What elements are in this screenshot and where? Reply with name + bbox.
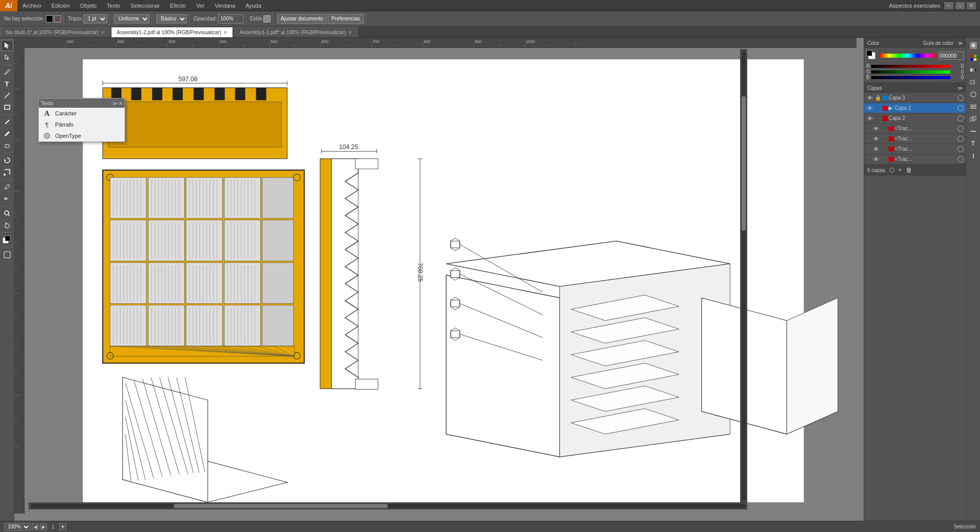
tab-sin-titulo[interactable]: Sin título-1* al 100% (RGB/Previsualizar… [0, 27, 110, 37]
layer-row-traz2[interactable]: 👁 🔒 <Traz... [864, 134, 966, 144]
ajustar-button[interactable]: Ajustar documento [277, 14, 327, 24]
menu-edicion[interactable]: Edición [46, 0, 75, 11]
stroke-indicator[interactable] [866, 50, 872, 56]
layer-eye-traz2[interactable]: 👁 [872, 135, 879, 142]
new-layer-button[interactable]: + [898, 166, 902, 174]
rotate-tool[interactable] [1, 155, 13, 166]
layer-row-capa2[interactable]: 👁 🔒 Capa 2 [864, 113, 966, 124]
stroke-swatch[interactable] [54, 15, 61, 22]
layer-lock-traz2[interactable]: 🔒 [880, 135, 888, 142]
color-panel-expand[interactable]: ≫ [958, 40, 963, 46]
layer-target-capa2[interactable] [958, 115, 964, 122]
text-panel-character[interactable]: A Carácter [39, 108, 125, 119]
zoom-select[interactable]: 100% 50% 200% [4, 523, 31, 531]
color-guide-tab[interactable]: Guía de color [923, 40, 953, 46]
pen-tool[interactable] [1, 66, 13, 78]
tab-close-1[interactable]: ✕ [223, 30, 227, 35]
layer-eye-traz4[interactable]: 👁 [872, 156, 879, 163]
b-slider[interactable] [871, 76, 950, 79]
stroke-panel-icon[interactable] [968, 126, 979, 137]
layer-target-traz4[interactable] [958, 156, 964, 162]
menu-ayuda[interactable]: Ayuda [240, 0, 266, 11]
v-scroll-thumb[interactable] [742, 96, 746, 231]
text-tool[interactable]: T [1, 78, 13, 89]
layer-row-capa3[interactable]: 👁 🔒 Capa 3 [864, 93, 966, 103]
canvas-area[interactable]: 0 100 200 300 400 500 600 700 800 900 10… [14, 38, 864, 521]
layer-target-capa3[interactable] [958, 95, 964, 101]
scale-tool[interactable] [1, 166, 13, 178]
brush-tool[interactable] [1, 116, 13, 128]
page-down-button[interactable]: ▼ [59, 523, 66, 530]
text-panel-close[interactable]: ✕ [118, 101, 122, 106]
layer-target-traz1[interactable] [958, 126, 964, 132]
swatches-icon[interactable] [968, 52, 979, 63]
tab-assembly2[interactable]: Assembly1-2.pdf al 100% (RGB/Previsualiz… [111, 27, 233, 37]
artboard-container[interactable]: 597.08 [24, 48, 856, 514]
opacity-input[interactable] [218, 14, 243, 23]
layer-row-traz3[interactable]: 👁 🔒 <Traz... [864, 144, 966, 154]
delete-layer-button[interactable]: 🗑 [906, 166, 912, 174]
style-swatch[interactable] [263, 15, 271, 22]
menu-texto[interactable]: Texto [102, 0, 125, 11]
layer-eye-traz1[interactable]: 👁 [872, 125, 879, 132]
menu-ventana[interactable]: Ventana [210, 0, 240, 11]
h-scroll-thumb[interactable] [174, 504, 388, 508]
menu-efecto[interactable]: Efecto [165, 0, 191, 11]
line-tool[interactable] [1, 90, 13, 101]
layer-lock-traz1[interactable]: 🔒 [880, 125, 888, 132]
tab-close-0[interactable]: ✕ [101, 30, 105, 35]
stroke-select[interactable]: 1 pt [83, 14, 107, 23]
minimize-button[interactable]: ─ [944, 2, 953, 9]
text-panel-expand[interactable]: ≫ [112, 101, 117, 106]
pathfinder-icon[interactable] [968, 113, 979, 125]
maximize-button[interactable]: □ [955, 2, 965, 9]
r-slider[interactable] [871, 65, 950, 68]
appearance-icon[interactable] [968, 89, 979, 100]
menu-seleccionar[interactable]: Seleccionar [125, 0, 164, 11]
close-button[interactable]: ✕ [967, 2, 976, 9]
layer-target-capa1[interactable] [958, 105, 964, 111]
direct-selection-tool[interactable] [1, 52, 13, 63]
eyedropper-tool[interactable] [1, 181, 13, 192]
horizontal-scrollbar[interactable] [29, 502, 747, 510]
layer-eye-capa3[interactable]: 👁 [866, 94, 873, 102]
color-panel-icon[interactable] [968, 40, 979, 51]
zoom-next-button[interactable]: ▶ [40, 523, 47, 530]
layer-lock-traz3[interactable]: 🔒 [880, 146, 888, 153]
layer-row-capa1[interactable]: 👁 🔒 ▶ Capa 1 [864, 103, 966, 113]
zoom-tool[interactable] [1, 208, 13, 219]
layer-lock-traz4[interactable]: 🔒 [880, 156, 888, 163]
workspace-label[interactable]: Aspectos esenciales [885, 3, 944, 9]
g-slider[interactable] [871, 70, 950, 74]
layer-eye-capa2[interactable]: 👁 [866, 115, 873, 122]
layer-lock-capa1[interactable]: 🔒 [874, 105, 881, 112]
menu-objeto[interactable]: Objeto [75, 0, 102, 11]
color-spectrum[interactable] [879, 54, 936, 58]
layer-lock-capa2[interactable]: 🔒 [874, 115, 881, 122]
gradient-panel-icon[interactable] [968, 64, 979, 76]
fill-stroke-swatch[interactable] [1, 234, 13, 246]
tab-close-2[interactable]: ✕ [348, 30, 352, 35]
doc-info-icon[interactable] [968, 150, 979, 161]
make-sublayer-button[interactable]: ⬡ [889, 166, 894, 174]
menu-ver[interactable]: Ver [191, 0, 210, 11]
vertical-scrollbar[interactable] [740, 49, 747, 502]
gradient-tool[interactable] [1, 193, 13, 204]
fill-swatch[interactable] [46, 15, 53, 22]
layer-target-traz3[interactable] [958, 146, 964, 152]
hand-tool[interactable] [1, 220, 13, 231]
layer-expand-capa1[interactable]: ▶ [889, 105, 893, 111]
layer-row-traz1[interactable]: 👁 🔒 <Traz... [864, 124, 966, 134]
align-icon[interactable] [968, 101, 979, 112]
layers-panel-expand[interactable]: ≫ [958, 85, 963, 91]
screen-mode-tool[interactable] [1, 249, 13, 260]
rect-tool[interactable] [1, 102, 13, 113]
zoom-prev-button[interactable]: ◀ [32, 523, 39, 530]
preferencias-button[interactable]: Preferencias [328, 14, 363, 24]
type-panel-icon[interactable]: T [968, 138, 979, 149]
text-panel-paragraph[interactable]: ¶ Párrafo [39, 119, 125, 130]
layer-eye-capa1[interactable]: 👁 [866, 105, 873, 112]
pencil-tool[interactable] [1, 128, 13, 139]
eraser-tool[interactable] [1, 140, 13, 151]
color-hex-input[interactable] [938, 52, 964, 60]
